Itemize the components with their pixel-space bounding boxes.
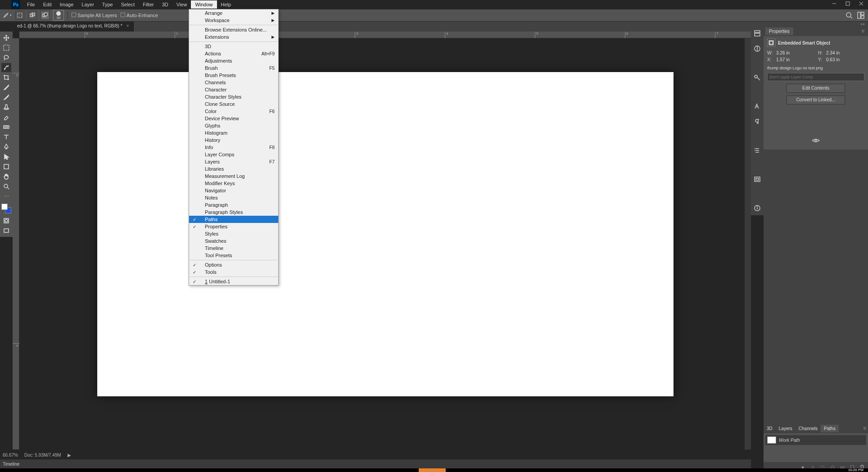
menuitem-paths[interactable]: ✓Paths xyxy=(189,216,278,223)
properties-tab[interactable]: Properties xyxy=(765,27,793,35)
menuitem-extensions[interactable]: Extensions▶ xyxy=(189,33,278,41)
libraries-panel-icon[interactable] xyxy=(753,73,762,82)
menu-select[interactable]: Select xyxy=(117,0,139,9)
menuitem-libraries[interactable]: Libraries xyxy=(189,165,278,172)
menuitem-channels[interactable]: Channels xyxy=(189,79,278,86)
menuitem-brush-presets[interactable]: Brush Presets xyxy=(189,72,278,79)
y-value[interactable]: 0.63 in xyxy=(826,57,864,62)
eraser-tool-icon[interactable] xyxy=(1,113,11,122)
move-tool-icon[interactable] xyxy=(1,33,11,42)
brush-presets-panel-icon[interactable] xyxy=(753,146,762,155)
tab-channels[interactable]: Channels xyxy=(796,425,821,432)
vertical-ruler[interactable]: 03 xyxy=(13,38,19,449)
menuitem-paragraph[interactable]: Paragraph xyxy=(189,201,278,209)
menu-window[interactable]: Window xyxy=(191,0,217,9)
menuitem-styles[interactable]: Styles xyxy=(189,230,278,237)
close-button[interactable] xyxy=(854,0,868,7)
add-selection-icon[interactable] xyxy=(28,11,37,20)
brush-tool-icon[interactable] xyxy=(1,93,11,102)
screen-mode-icon[interactable] xyxy=(1,226,11,235)
minimize-button[interactable] xyxy=(827,0,841,7)
zoom-tool-icon[interactable] xyxy=(1,182,11,191)
menuitem-swatches[interactable]: Swatches xyxy=(189,237,278,245)
tab-3d[interactable]: 3D xyxy=(764,425,776,432)
character-panel-icon[interactable] xyxy=(753,102,762,111)
path-select-tool-icon[interactable] xyxy=(1,152,11,161)
menu-edit[interactable]: Edit xyxy=(39,0,56,9)
pen-tool-icon[interactable] xyxy=(1,142,11,151)
type-tool-icon[interactable] xyxy=(1,132,11,141)
document[interactable] xyxy=(97,72,674,396)
hand-tool-icon[interactable] xyxy=(1,172,11,181)
crop-tool-icon[interactable] xyxy=(1,73,11,82)
menuitem-brush[interactable]: BrushF5 xyxy=(189,64,278,72)
history-panel-icon[interactable] xyxy=(753,29,762,38)
taskbar-highlight[interactable] xyxy=(419,468,446,472)
more-tools-icon[interactable]: ⋯ xyxy=(1,192,11,201)
menu-file[interactable]: File xyxy=(23,0,39,9)
maximize-button[interactable] xyxy=(841,0,854,7)
auto-enhance-checkbox[interactable]: Auto-Enhance xyxy=(121,13,158,18)
tab-layers[interactable]: Layers xyxy=(776,425,796,432)
preview-icon[interactable] xyxy=(811,137,820,144)
menuitem-navigator[interactable]: Navigator xyxy=(189,187,278,194)
current-tool-icon[interactable]: ▾ xyxy=(3,11,12,20)
menuitem-browse-extensions-online-[interactable]: Browse Extensions Online... xyxy=(189,26,278,33)
menu-view[interactable]: View xyxy=(172,0,191,9)
timeline-panel[interactable]: Timeline xyxy=(0,459,751,468)
height-value[interactable]: 2.34 in xyxy=(826,50,864,55)
brush-preset-picker[interactable]: 30 xyxy=(53,10,64,21)
menu-image[interactable]: Image xyxy=(56,0,78,9)
edit-contents-button[interactable]: Edit Contents xyxy=(787,84,845,93)
menuitem-glyphs[interactable]: Glyphs xyxy=(189,122,278,129)
doc-size[interactable]: Doc: 5.93M/7.49M xyxy=(24,453,61,458)
menuitem-layer-comps[interactable]: Layer Comps xyxy=(189,151,278,158)
convert-linked-button[interactable]: Convert to Linked... xyxy=(787,95,845,104)
menuitem-histogram[interactable]: Histogram xyxy=(189,129,278,136)
info-panel-icon[interactable] xyxy=(753,204,762,213)
menuitem-measurement-log[interactable]: Measurement Log xyxy=(189,172,278,180)
subtract-selection-icon[interactable] xyxy=(41,11,50,20)
menuitem-color[interactable]: ColorF6 xyxy=(189,108,278,115)
quick-mask-icon[interactable] xyxy=(1,216,11,225)
menuitem-3d[interactable]: 3D xyxy=(189,43,278,50)
horizontal-ruler[interactable]: 01234567 xyxy=(19,32,751,38)
menuitem-modifier-keys[interactable]: Modifier Keys xyxy=(189,180,278,187)
new-selection-icon[interactable] xyxy=(15,11,24,20)
zoom-level[interactable]: 66.67% xyxy=(3,453,18,458)
lasso-tool-icon[interactable] xyxy=(1,53,11,62)
paragraph-panel-icon[interactable] xyxy=(753,117,762,126)
menuitem-timeline[interactable]: Timeline xyxy=(189,245,278,252)
eyedropper-tool-icon[interactable] xyxy=(1,83,11,92)
layer-comp-select[interactable] xyxy=(767,73,864,81)
path-item[interactable]: Work Path xyxy=(765,435,866,445)
panel-menu-icon[interactable]: ≡ xyxy=(859,28,866,34)
menuitem-tools[interactable]: ✓Tools xyxy=(189,268,278,276)
menuitem-actions[interactable]: ActionsAlt+F9 xyxy=(189,50,278,57)
menuitem-1-untitled-1[interactable]: ✓1 Untitled-1 xyxy=(189,278,278,285)
tab-paths[interactable]: Paths xyxy=(821,425,839,432)
menuitem-arrange[interactable]: Arrange▶ xyxy=(189,9,278,17)
menuitem-properties[interactable]: ✓Properties xyxy=(189,223,278,230)
quick-select-tool-icon[interactable] xyxy=(1,63,11,72)
menuitem-clone-source[interactable]: Clone Source xyxy=(189,100,278,108)
menu-3d[interactable]: 3D xyxy=(158,0,172,9)
menuitem-notes[interactable]: Notes xyxy=(189,194,278,201)
gradient-tool-icon[interactable] xyxy=(1,123,11,132)
foreground-color[interactable] xyxy=(1,204,8,210)
panel-arrange-icon[interactable] xyxy=(856,11,865,20)
menuitem-character-styles[interactable]: Character Styles xyxy=(189,93,278,100)
menu-layer[interactable]: Layer xyxy=(77,0,98,9)
collapse-panels-icon[interactable]: ▸▸ xyxy=(764,22,868,26)
menuitem-info[interactable]: InfoF8 xyxy=(189,144,278,151)
menu-filter[interactable]: Filter xyxy=(139,0,158,9)
canvas[interactable] xyxy=(19,38,751,449)
menuitem-history[interactable]: History xyxy=(189,136,278,144)
menuitem-character[interactable]: Character xyxy=(189,86,278,93)
status-flyout-arrow[interactable]: ▶ xyxy=(68,453,71,458)
menuitem-options[interactable]: ✓Options xyxy=(189,261,278,268)
x-value[interactable]: 1.57 in xyxy=(776,57,814,62)
menu-type[interactable]: Type xyxy=(98,0,117,9)
document-tab[interactable]: ed-1 @ 66.7% (thump design Logo no text,… xyxy=(13,22,134,32)
menuitem-layers[interactable]: LayersF7 xyxy=(189,158,278,165)
